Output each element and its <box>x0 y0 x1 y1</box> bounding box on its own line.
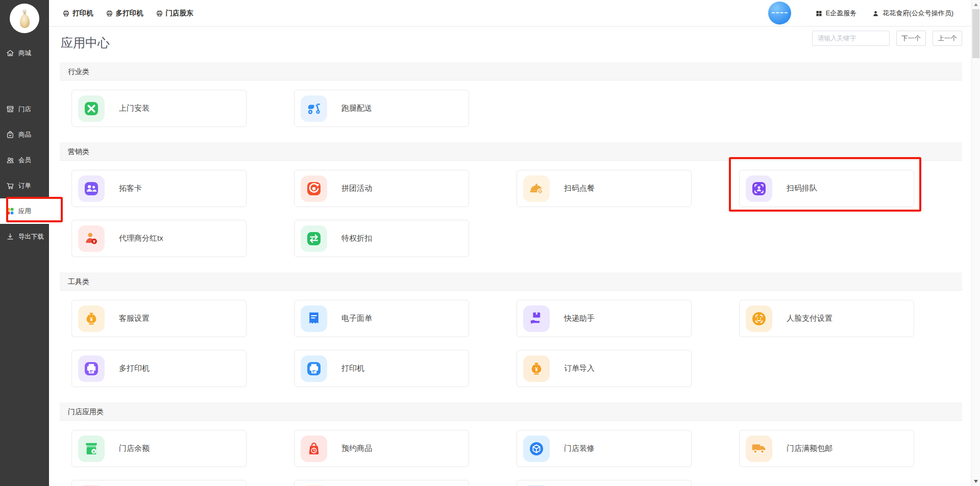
topbar-button-multi-printer[interactable]: 多打印机 <box>106 9 143 18</box>
page-title: 应用中心 <box>61 35 110 51</box>
sidebar-item-label: 导出下载 <box>18 233 44 241</box>
app-card-agent-dividend[interactable]: ¥代理商分红tx <box>71 220 247 257</box>
vertical-scrollbar[interactable] <box>971 0 980 486</box>
sidebar-item-mall[interactable]: 商城 <box>0 40 49 66</box>
scrollbar-down-arrow[interactable] <box>974 480 978 483</box>
help-float-button[interactable] <box>768 2 791 24</box>
grid-icon <box>815 10 823 17</box>
app-card-label: 门店装修 <box>564 444 595 453</box>
app-card-label: 门店余额 <box>119 444 150 453</box>
sidebar-item-apps[interactable]: 应用 <box>0 198 65 224</box>
card-grid: 上门安装跑腿配送 <box>71 90 962 127</box>
app-card-e-waybill[interactable]: 电子面单 <box>294 300 469 337</box>
bag-yen-icon: ¥ <box>78 305 105 332</box>
merchant-logo[interactable] <box>10 4 39 33</box>
sidebar-item-label: 商城 <box>18 49 31 58</box>
printer-icon <box>62 10 70 17</box>
cube-icon <box>523 436 550 462</box>
sidebar-item-orders[interactable]: 订单 <box>0 173 49 198</box>
sidebar-item-store[interactable]: 门店 <box>0 96 49 122</box>
app-card-express-helper[interactable]: 快递助手 <box>517 300 692 337</box>
keyword-search-input[interactable] <box>812 31 890 46</box>
topbar-actions: 打印机多打印机门店股东 <box>62 0 193 27</box>
app-card-privilege-discount[interactable]: 特权折扣 <box>294 220 469 257</box>
scan-user-icon <box>746 175 772 202</box>
search-cluster: 下一个 上一个 <box>812 31 962 46</box>
app-card-on-site-install[interactable]: 上门安装 <box>71 90 247 127</box>
app-card-label: 预约商品 <box>341 444 372 453</box>
scrollbar-thumb[interactable] <box>972 9 979 58</box>
topbar-right: E企盈服务 花花食府(公众号操作员) <box>815 0 953 27</box>
app-card-scan-order-food[interactable]: 扫码点餐 <box>517 170 692 207</box>
app-card-label: 多打印机 <box>119 364 150 373</box>
swap-icon <box>301 225 327 252</box>
sidebar-item-label: 商品 <box>18 131 31 139</box>
user-icon <box>872 10 879 17</box>
home-icon <box>6 48 15 58</box>
sidebar-item-members[interactable]: 会员 <box>0 147 49 173</box>
app-card-store-balance[interactable]: ¥门店余额 <box>71 430 247 467</box>
next-button[interactable]: 下一个 <box>896 31 926 46</box>
app-card-label: 客服设置 <box>119 314 150 323</box>
sidebar-item-label: 订单 <box>18 182 31 190</box>
sidebar-item-label: 门店 <box>18 105 31 114</box>
app-card-group-buy[interactable]: 拼团活动 <box>294 170 469 207</box>
goods-icon <box>6 130 15 139</box>
topbar: 打印机多打印机门店股东 E企盈服务 花花食府(公众号操作员) <box>49 0 971 27</box>
app-card-store-free-shipping[interactable]: 门店满额包邮 <box>739 430 914 467</box>
app-card-face-pay-settings[interactable]: 人脸支付设置 <box>739 300 914 337</box>
app-card-order-import[interactable]: ¥订单导入 <box>517 350 692 387</box>
section-3: 工具类¥客服设置电子面单快递助手人脸支付设置多打印机打印机¥订单导入 <box>60 272 962 387</box>
card-grid: 拓客卡拼团活动扫码点餐扫码排队¥代理商分红tx特权折扣 <box>71 170 962 257</box>
app-card-errand-delivery[interactable]: 跑腿配送 <box>294 90 469 127</box>
user-menu[interactable]: 花花食府(公众号操作员) <box>872 9 953 18</box>
app-card-label: 订单导入 <box>564 364 595 373</box>
printer-icon <box>78 355 105 382</box>
app-card-label: 扫码排队 <box>787 184 817 193</box>
app-card-label: 跑腿配送 <box>341 104 372 113</box>
app-card-label: 拓客卡 <box>119 184 142 193</box>
app-card-partial-2[interactable] <box>294 480 469 486</box>
app-sections: 行业类上门安装跑腿配送营销类拓客卡拼团活动扫码点餐扫码排队¥代理商分红tx特权折… <box>60 62 962 486</box>
section-header: 营销类 <box>60 142 962 161</box>
person-yen-icon: ¥ <box>78 225 105 252</box>
app-card-label: 上门安装 <box>119 104 150 113</box>
perfume-bottle-image <box>19 9 30 28</box>
sidebar-item-goods[interactable]: 商品 <box>0 122 49 147</box>
prev-button[interactable]: 上一个 <box>933 31 962 46</box>
app-card-multi-printer[interactable]: 多打印机 <box>71 350 247 387</box>
app-card-label: 电子面单 <box>341 314 372 323</box>
app-card-partial-3[interactable] <box>517 480 692 486</box>
page-head: 应用中心 下一个 上一个 <box>60 27 962 62</box>
app-card-partial-1[interactable] <box>71 480 247 486</box>
app-card-store-decor[interactable]: 门店装修 <box>517 430 692 467</box>
section-header: 工具类 <box>60 272 962 291</box>
topbar-button-store-shareholder[interactable]: 门店股东 <box>156 9 193 18</box>
svg-text:¥: ¥ <box>93 239 95 244</box>
members-icon <box>6 156 15 165</box>
app-card-scan-queue[interactable]: 扫码排队 <box>739 170 914 207</box>
app-card-reserve-goods[interactable]: 预约商品 <box>294 430 469 467</box>
section-2: 营销类拓客卡拼团活动扫码点餐扫码排队¥代理商分红tx特权折扣 <box>60 142 962 257</box>
app-card-service-settings[interactable]: ¥客服设置 <box>71 300 247 337</box>
scrollbar-up-arrow[interactable] <box>974 3 978 6</box>
face-scan-icon <box>746 305 772 332</box>
service-menu[interactable]: E企盈服务 <box>815 9 857 18</box>
svg-text:¥: ¥ <box>90 316 93 322</box>
sidebar-item-label: 会员 <box>18 156 31 165</box>
app-card-customer-card[interactable]: 拓客卡 <box>71 170 247 207</box>
printer-icon <box>156 10 163 17</box>
app-card-label: 扫码点餐 <box>564 184 595 193</box>
store-icon <box>6 105 15 114</box>
app-card-printer[interactable]: 打印机 <box>294 350 469 387</box>
truck-icon <box>746 436 772 462</box>
topbar-button-printer[interactable]: 打印机 <box>62 9 93 18</box>
section-title: 行业类 <box>68 67 89 75</box>
topbar-button-label: 多打印机 <box>116 9 143 18</box>
section-header: 门店应用类 <box>60 402 962 421</box>
sidebar-item-export-download[interactable]: 导出下载 <box>0 224 49 249</box>
app-card-label: 快递助手 <box>564 314 595 323</box>
section-title: 工具类 <box>68 277 89 286</box>
group-buy-icon <box>301 175 327 202</box>
service-label: E企盈服务 <box>826 9 857 18</box>
